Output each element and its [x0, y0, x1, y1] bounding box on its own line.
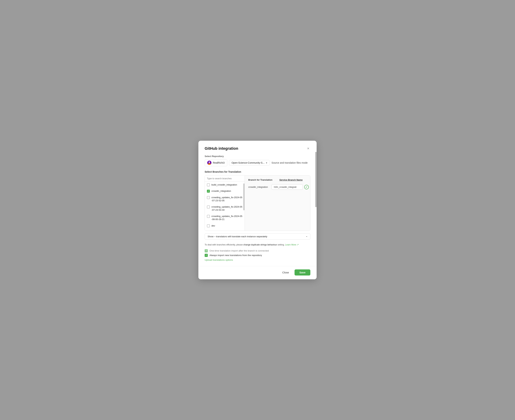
branch-list-scrollbar[interactable] [243, 183, 245, 210]
save-button[interactable]: Save [294, 270, 310, 276]
branches-section-label: Select Branches for Translation [205, 170, 310, 173]
always-import-row: Always import new translations from the … [205, 254, 310, 257]
always-import-checkbox[interactable] [205, 254, 208, 257]
branch-name-label: crowding_updates_fix-2024-05-07-23-53-34 [211, 205, 243, 211]
branch-name-label: dev [211, 224, 215, 227]
repo-select-button[interactable]: Open-Science-Community-S... ▾ [229, 160, 270, 165]
repo-mode-text: Source and translation files mode [272, 161, 308, 164]
list-item[interactable]: crowding_updates_fix-2024-05-07-23-52-05 [205, 194, 245, 204]
modal-footer: Close Save [198, 266, 317, 279]
learn-more-link[interactable]: Learn More ↗ [285, 244, 299, 246]
one-time-import-label: One-time translation import after the br… [209, 249, 269, 252]
github-integration-modal: GitHub integration × Select Repository R… [198, 141, 317, 279]
list-item[interactable]: build_crowdin_integration [205, 182, 245, 188]
branch-name-label: crowdin_integration [211, 189, 231, 193]
branch-checkbox[interactable] [207, 225, 210, 227]
branch-label-cell: crowdin_integration [248, 186, 269, 188]
always-import-label: Always import new translations from the … [209, 254, 262, 256]
service-branch-input-wrap: ✓ ✏️ [272, 184, 310, 190]
external-link-icon: ↗ [297, 244, 299, 246]
branch-for-translation-header: Branch for Translation [248, 179, 272, 181]
translation-column: Branch for Translation Service Branch Na… [245, 175, 310, 231]
duplicate-strings-link[interactable]: change duplicate strings behaviour [243, 244, 277, 246]
hint-text-after: setting. [277, 244, 285, 246]
repo-select-wrapper: Open-Science-Community-S... ▾ [229, 160, 270, 165]
duplicate-strings-select[interactable]: Show – translators will translate each i… [205, 233, 310, 240]
svg-point-1 [209, 162, 210, 163]
service-branch-name-header[interactable]: Service Branch Name [279, 179, 303, 181]
branch-checkbox[interactable] [207, 190, 210, 193]
modal-title: GitHub integration [205, 146, 238, 151]
close-button[interactable]: Close [279, 270, 292, 276]
branch-list-column: build_crowdin_integration crowdin_integr… [205, 175, 245, 231]
check-icon: ✓ [304, 185, 309, 189]
avatar [207, 161, 211, 165]
branch-checkbox[interactable] [207, 215, 210, 218]
username-label: RealRichi3 [213, 161, 225, 164]
branch-checkbox[interactable] [207, 183, 210, 186]
one-time-import-row: One-time translation import after the br… [205, 249, 310, 252]
hint-text: To deal with branches efficiently, pleas… [205, 243, 310, 247]
edit-service-branch-button[interactable]: ✏️ [310, 185, 310, 189]
upload-translations-link[interactable]: Upload translations options [205, 259, 233, 261]
list-item[interactable]: dev [205, 223, 245, 229]
modal-scrollbar[interactable] [315, 152, 317, 207]
modal-body: GitHub integration × Select Repository R… [198, 141, 317, 266]
repo-name-label: Open-Science-Community-S... [232, 161, 265, 164]
list-item[interactable]: crowding_updates_fix-2024-05-08-00-26-21 [205, 213, 245, 223]
branch-checkbox[interactable] [207, 205, 210, 209]
list-item[interactable]: crowdin_integration [205, 188, 245, 194]
duplicate-strings-select-wrapper: Show – translators will translate each i… [205, 233, 310, 241]
chevron-down-icon: ▾ [266, 162, 267, 164]
branch-items-list: build_crowdin_integration crowdin_integr… [205, 182, 245, 231]
modal-header: GitHub integration × [205, 146, 310, 151]
list-item[interactable]: crowding_updates_fix-2024-05-07-23-53-34 [205, 204, 245, 213]
branch-checkbox[interactable] [207, 196, 210, 199]
modal-overlay: GitHub integration × Select Repository R… [0, 0, 515, 420]
user-button[interactable]: RealRichi3 [205, 159, 227, 166]
modal-close-button[interactable]: × [306, 146, 310, 151]
branch-search-input[interactable] [205, 175, 245, 182]
service-branch-input[interactable] [272, 184, 303, 190]
select-repository-label: Select Repository [205, 155, 310, 158]
branch-name-label: build_crowdin_integration [211, 183, 237, 186]
branch-name-label: crowding_updates_fix-2024-05-07-23-52-05 [211, 196, 243, 202]
branch-name-label: crowding_updates_fix-2024-05-08-00-26-21 [211, 215, 243, 221]
translation-table-header: Branch for Translation Service Branch Na… [248, 179, 310, 181]
branches-panel: build_crowdin_integration crowdin_integr… [205, 175, 310, 231]
translation-table-row: crowdin_integration ✓ ✏️ [248, 184, 310, 190]
one-time-import-checkbox[interactable] [205, 249, 208, 252]
hint-text-before: To deal with branches efficiently, pleas… [205, 244, 243, 246]
repository-row: RealRichi3 Open-Science-Community-S... ▾… [205, 159, 310, 166]
